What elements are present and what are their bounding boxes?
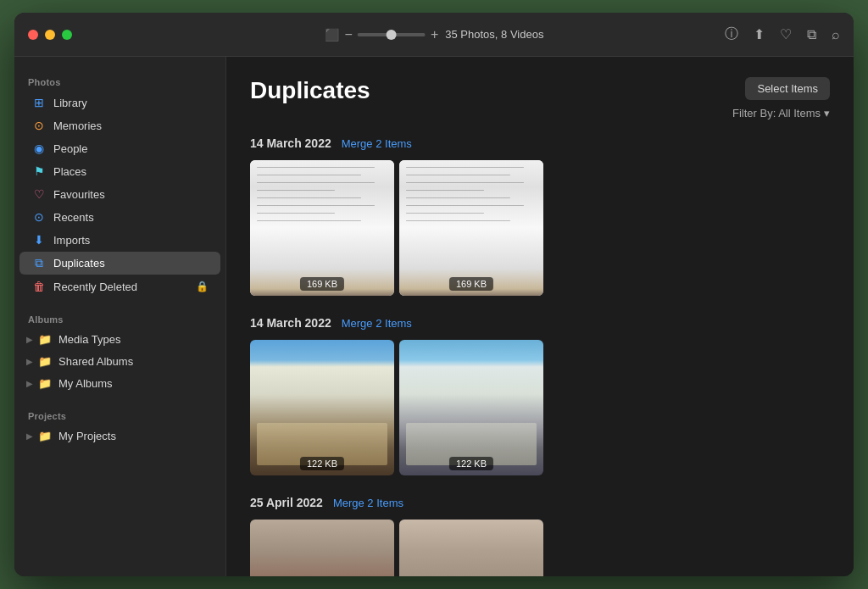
slideshow-icon: ⬛	[325, 28, 340, 42]
people-icon: ◉	[31, 142, 47, 155]
slider-thumb	[387, 30, 397, 40]
wb-line	[406, 175, 510, 175]
merge-link-3[interactable]: Merge 2 Items	[333, 497, 403, 509]
folder-icon: 📁	[38, 430, 52, 442]
favourites-icon: ♡	[31, 187, 47, 201]
sidebar-item-label: My Projects	[58, 430, 116, 442]
group-date-2: 14 March 2022	[250, 316, 331, 330]
sidebar-item-label: Places	[53, 165, 86, 178]
sidebar-item-label: Shared Albums	[58, 355, 133, 368]
folder-icon: 📁	[38, 333, 52, 346]
wb-line	[257, 182, 375, 183]
sidebar-item-my-projects[interactable]: ▶ 📁 My Projects	[19, 425, 220, 447]
group-header-1: 14 March 2022 Merge 2 Items	[250, 136, 830, 150]
sidebar-item-label: Duplicates	[53, 257, 105, 269]
trash-icon: 🗑	[31, 280, 47, 293]
sidebar-item-duplicates[interactable]: ⧉ Duplicates	[19, 252, 220, 275]
library-icon: ⊞	[31, 96, 47, 109]
wb-line	[406, 197, 510, 198]
chevron-down-icon: ▾	[824, 107, 830, 119]
photo-thumb[interactable]	[399, 520, 543, 576]
titlebar-center: ⬛ − + 35 Photos, 8 Videos	[325, 27, 544, 42]
imports-icon: ⬇	[31, 233, 47, 247]
photo-size-badge: 169 KB	[300, 277, 344, 291]
photo-thumb[interactable]: 169 KB	[250, 160, 394, 296]
sidebar-item-favourites[interactable]: ♡ Favourites	[19, 183, 220, 205]
sidebar-item-imports[interactable]: ⬇ Imports	[19, 229, 220, 251]
sidebar-item-media-types[interactable]: ▶ 📁 Media Types	[19, 329, 220, 350]
sidebar-item-label: Memories	[53, 119, 102, 132]
wb-line	[257, 167, 375, 168]
albums-section-label: Albums	[14, 308, 225, 328]
group-header-3: 25 April 2022 Merge 2 Items	[250, 496, 830, 509]
page-title: Duplicates	[250, 77, 370, 104]
close-button[interactable]	[28, 30, 38, 40]
sidebar-item-places[interactable]: ⚑ Places	[19, 160, 220, 182]
share-icon[interactable]: ⬆	[754, 26, 765, 42]
duplicate-icon[interactable]: ⧉	[807, 27, 816, 42]
projects-section-label: Projects	[14, 404, 225, 425]
maximize-button[interactable]	[62, 30, 72, 40]
photo-thumb[interactable]: 169 KB	[399, 160, 543, 296]
titlebar: ⬛ − + 35 Photos, 8 Videos ⓘ ⬆ ♡ ⧉ ⌕	[14, 13, 854, 57]
filter-label: Filter By: All Items	[732, 107, 821, 119]
photo-thumb[interactable]: 122 KB	[250, 340, 394, 475]
sidebar-item-library[interactable]: ⊞ Library	[19, 92, 220, 114]
favorite-icon[interactable]: ♡	[780, 26, 792, 42]
recents-icon: ⊙	[31, 210, 47, 224]
wb-line	[406, 205, 524, 206]
photo-thumb[interactable]	[250, 520, 394, 576]
wb-line	[406, 220, 510, 221]
main-content: Photos ⊞ Library ⊙ Memories ◉ People ⚑ P…	[14, 57, 854, 576]
whiteboard-lines	[257, 167, 387, 270]
zoom-slider[interactable]	[358, 33, 426, 36]
photos-grid-1: 169 KB 169 KB	[250, 160, 830, 296]
sidebar: Photos ⊞ Library ⊙ Memories ◉ People ⚑ P…	[14, 57, 226, 576]
sidebar-item-label: Imports	[53, 234, 90, 247]
photo-count-label: 35 Photos, 8 Videos	[445, 28, 543, 41]
wb-line	[406, 167, 524, 168]
lock-icon: 🔒	[196, 281, 209, 292]
group-date-3: 25 April 2022	[250, 496, 323, 509]
photo-size-badge: 122 KB	[300, 457, 344, 470]
traffic-lights	[28, 30, 72, 40]
photo-thumb[interactable]: 122 KB	[399, 340, 543, 475]
sidebar-item-label: Library	[53, 97, 87, 109]
photos-section-label: Photos	[14, 70, 225, 91]
expand-icon: ▶	[26, 431, 33, 441]
zoom-in-icon[interactable]: +	[431, 27, 438, 42]
merge-link-1[interactable]: Merge 2 Items	[342, 137, 412, 150]
photo-size-badge: 122 KB	[449, 457, 493, 470]
sidebar-item-label: Recently Deleted	[53, 281, 137, 293]
wb-line	[257, 175, 361, 175]
info-icon[interactable]: ⓘ	[725, 25, 738, 43]
memories-icon: ⊙	[31, 119, 47, 132]
filter-button[interactable]: Filter By: All Items ▾	[732, 107, 830, 119]
photos-grid-3	[250, 520, 830, 576]
wb-line	[406, 190, 484, 191]
zoom-out-icon[interactable]: −	[345, 27, 353, 42]
sidebar-item-my-albums[interactable]: ▶ 📁 My Albums	[19, 373, 220, 394]
wb-line	[257, 197, 361, 198]
wb-line	[257, 213, 335, 214]
sidebar-item-recently-deleted[interactable]: 🗑 Recently Deleted 🔒	[19, 275, 220, 297]
sidebar-item-memories[interactable]: ⊙ Memories	[19, 114, 220, 136]
titlebar-actions: ⓘ ⬆ ♡ ⧉ ⌕	[725, 25, 840, 43]
whiteboard-lines	[406, 167, 537, 270]
zoom-slider-container: ⬛ − +	[325, 27, 439, 42]
expand-icon: ▶	[26, 357, 33, 366]
sidebar-item-recents[interactable]: ⊙ Recents	[19, 206, 220, 228]
select-items-button[interactable]: Select Items	[745, 77, 830, 100]
search-icon[interactable]: ⌕	[832, 27, 840, 42]
sidebar-item-shared-albums[interactable]: ▶ 📁 Shared Albums	[19, 351, 220, 372]
wb-line	[257, 205, 375, 206]
group-date-1: 14 March 2022	[250, 136, 331, 150]
group-header-2: 14 March 2022 Merge 2 Items	[250, 316, 830, 330]
folder-icon: 📁	[38, 377, 52, 390]
wb-line	[257, 190, 335, 191]
wb-line	[257, 220, 361, 221]
sidebar-item-people[interactable]: ◉ People	[19, 137, 220, 159]
minimize-button[interactable]	[45, 30, 55, 40]
wb-line	[406, 213, 484, 214]
merge-link-2[interactable]: Merge 2 Items	[342, 317, 412, 330]
